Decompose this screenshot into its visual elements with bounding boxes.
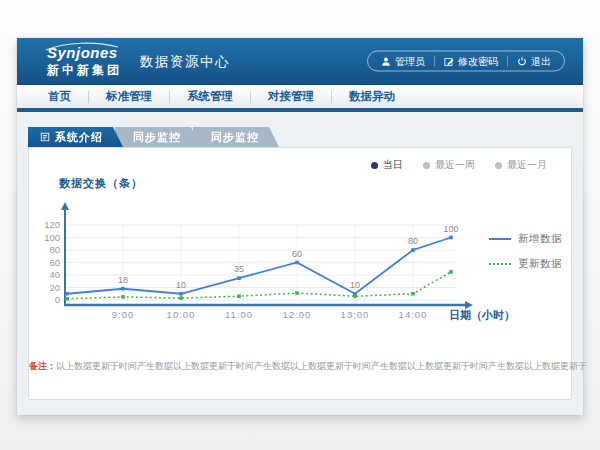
- tab-sync-monitor-2[interactable]: 同步监控: [193, 127, 279, 147]
- nav-item-data-change[interactable]: 数据异动: [332, 89, 412, 104]
- filter-last-week[interactable]: 最近一周: [423, 158, 475, 172]
- filter-last-month[interactable]: 最近一月: [495, 158, 547, 172]
- data-point-label: 80: [408, 236, 418, 246]
- legend-item-new-data[interactable]: 新增数据: [489, 232, 562, 246]
- filter-label: 最近一周: [435, 158, 475, 172]
- form-icon: [40, 132, 50, 142]
- tab-label: 系统介绍: [55, 130, 103, 145]
- data-point-label: 35: [234, 264, 244, 274]
- data-point: [237, 276, 241, 280]
- y-tick-label: 40: [49, 269, 60, 280]
- y-axis-title: 数据交换（条）: [59, 176, 143, 191]
- x-tick-label: 14:00: [399, 309, 428, 320]
- change-password-label: 修改密码: [458, 54, 498, 68]
- chart-panel: 当日 最近一周 最近一月 数据交换（条） 0204060801001209:00…: [28, 147, 572, 400]
- x-tick-label: 11:00: [225, 309, 253, 320]
- legend-label: 更新数据: [518, 257, 562, 271]
- y-tick-label: 100: [45, 232, 60, 243]
- data-point: [65, 292, 69, 296]
- x-tick-label: 9:00: [112, 309, 135, 320]
- y-tick-label: 0: [55, 294, 60, 305]
- data-point: [353, 294, 357, 298]
- admin-user-button[interactable]: 管理员: [372, 54, 434, 68]
- nav-item-standard-mgmt[interactable]: 标准管理: [89, 89, 169, 104]
- data-point-label: 10: [350, 280, 360, 290]
- y-tick-label: 60: [49, 257, 60, 268]
- data-point: [237, 294, 241, 298]
- brand-name: Synjones: [47, 45, 122, 60]
- data-point: [65, 297, 69, 301]
- footnote: 备注：以上数据更新于时间产生数据以上数据更新于时间产生数据以上数据更新于时间产生…: [29, 360, 571, 373]
- tab-bar: 系统介绍 同步监控 同步监控: [28, 127, 279, 147]
- x-tick-label: 10:00: [167, 309, 196, 320]
- data-point: [121, 295, 125, 299]
- x-tick-label: 12:00: [283, 309, 312, 320]
- page-title: 数据资源中心: [140, 51, 230, 71]
- footnote-text: 以上数据更新于时间产生数据以上数据更新于时间产生数据以上数据更新于时间产生数据以…: [56, 361, 587, 371]
- app-window: Synjones 新中新集团 数据资源中心 管理员 修改密码: [17, 38, 583, 415]
- edit-icon: [444, 56, 454, 66]
- user-icon: [381, 56, 391, 66]
- data-point: [411, 292, 415, 296]
- data-point-label: 100: [443, 224, 458, 234]
- legend-item-update-data[interactable]: 更新数据: [489, 257, 562, 271]
- y-tick-label: 120: [45, 219, 60, 230]
- screenshot-root: { "colors": { "header_top": "#2171ab", "…: [0, 0, 600, 450]
- nav-item-home[interactable]: 首页: [31, 89, 88, 104]
- legend-line-swatch: [489, 263, 511, 265]
- data-point: [449, 236, 453, 240]
- user-menu: 管理员 修改密码 退出: [367, 51, 565, 72]
- logo: Synjones 新中新集团: [47, 45, 122, 78]
- app-header: Synjones 新中新集团 数据资源中心 管理员 修改密码: [17, 38, 583, 85]
- nav-item-interface-mgmt[interactable]: 对接管理: [251, 89, 331, 104]
- filter-label: 最近一月: [507, 158, 547, 172]
- legend-line-swatch: [489, 238, 511, 240]
- data-point: [179, 292, 183, 296]
- data-point: [411, 248, 415, 252]
- line-chart: 0204060801001209:0010:0011:0012:0013:001…: [45, 192, 565, 338]
- content-area: 系统介绍 同步监控 同步监控 当日 最近一周: [17, 112, 583, 415]
- data-point-label: 10: [176, 280, 186, 290]
- x-tick-label: 13:00: [341, 309, 370, 320]
- data-point: [295, 261, 299, 265]
- admin-user-label: 管理员: [395, 54, 425, 68]
- legend-label: 新增数据: [518, 232, 562, 246]
- nav-item-system-mgmt[interactable]: 系统管理: [170, 89, 250, 104]
- x-axis-title: 日期（小时）: [449, 309, 515, 322]
- tab-system-intro[interactable]: 系统介绍: [28, 127, 123, 147]
- x-axis-arrow-icon: [465, 301, 473, 309]
- change-password-button[interactable]: 修改密码: [435, 54, 507, 68]
- radio-dot-icon: [423, 162, 430, 169]
- main-nav: 首页 标准管理 系统管理 对接管理 数据异动: [17, 85, 583, 108]
- y-tick-label: 80: [49, 244, 60, 255]
- data-point-label: 18: [118, 275, 128, 285]
- data-point: [295, 291, 299, 295]
- radio-dot-icon: [371, 162, 378, 169]
- logout-button[interactable]: 退出: [508, 54, 560, 68]
- data-point-label: 60: [292, 249, 302, 259]
- tab-sync-monitor-1[interactable]: 同步监控: [115, 127, 201, 147]
- data-point: [449, 270, 453, 274]
- y-tick-label: 20: [49, 282, 60, 293]
- radio-dot-icon: [495, 162, 502, 169]
- chart-legend: 新增数据 更新数据: [489, 232, 562, 271]
- data-point: [179, 296, 183, 300]
- filter-label: 当日: [383, 158, 403, 172]
- filter-today[interactable]: 当日: [371, 158, 403, 172]
- footnote-prefix: 备注：: [29, 361, 56, 371]
- y-axis-arrow-icon: [61, 202, 69, 210]
- company-name: 新中新集团: [47, 63, 122, 77]
- data-point: [121, 287, 125, 291]
- power-icon: [517, 56, 527, 66]
- logout-label: 退出: [531, 54, 551, 68]
- tab-label: 同步监控: [133, 130, 181, 145]
- series-line-0: [67, 238, 451, 294]
- tab-label: 同步监控: [211, 130, 259, 145]
- range-filter-group: 当日 最近一周 最近一月: [371, 158, 547, 172]
